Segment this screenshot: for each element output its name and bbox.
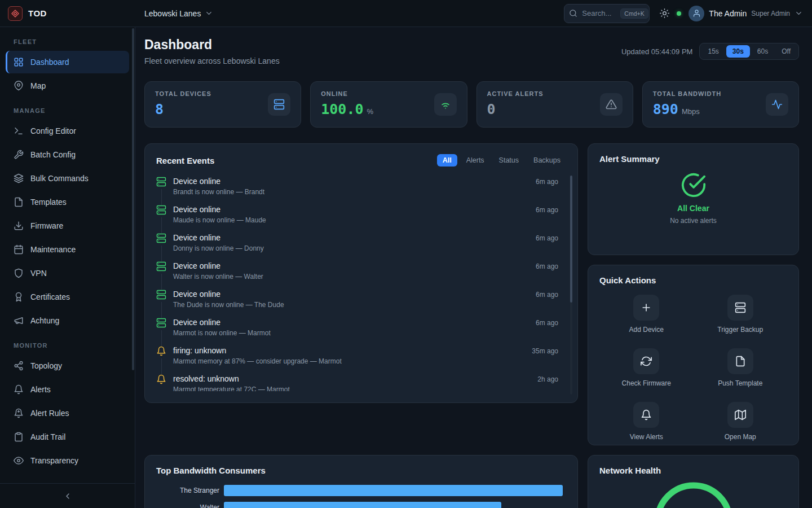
bell-icon-wrap bbox=[633, 402, 659, 428]
layers-icon bbox=[14, 173, 24, 183]
sidebar-item-label: Topology bbox=[30, 361, 62, 370]
sidebar-item-maintenance[interactable]: Maintenance bbox=[6, 238, 129, 261]
user-name: The Admin bbox=[709, 9, 747, 18]
stat-value: 100.0 bbox=[321, 101, 363, 117]
org-name: Lebowski Lanes bbox=[144, 9, 201, 18]
refresh-option-15s[interactable]: 15s bbox=[701, 45, 725, 58]
search-input[interactable] bbox=[581, 8, 617, 18]
theme-toggle-sun-icon[interactable] bbox=[660, 8, 669, 18]
event-detail: Donny is now online — Donny bbox=[173, 244, 536, 252]
quick-actions-title: Quick Actions bbox=[599, 275, 656, 285]
event-title: Device online bbox=[173, 261, 536, 270]
stat-icon-box bbox=[268, 93, 290, 116]
events-title: Recent Events bbox=[156, 156, 214, 165]
stat-icon-box bbox=[766, 93, 788, 116]
events-scrollbar-thumb[interactable] bbox=[570, 176, 572, 303]
events-filter-status[interactable]: Status bbox=[493, 154, 524, 167]
refresh-option-off[interactable]: Off bbox=[775, 45, 797, 58]
events-list[interactable]: Device onlineBrandt is now online — Bran… bbox=[156, 172, 566, 391]
search-box[interactable]: Cmd+K bbox=[564, 4, 650, 23]
alert-summary-card: Alert Summary All Clear No active alerts bbox=[588, 143, 799, 255]
eye-icon-wrap bbox=[14, 456, 24, 466]
event-time: 6m ago bbox=[536, 261, 558, 281]
events-filter-backups[interactable]: Backups bbox=[528, 154, 566, 167]
sidebar-collapse-button[interactable] bbox=[0, 483, 135, 508]
event-title: Device online bbox=[173, 318, 536, 327]
event-detail: Brandt is now online — Brandt bbox=[173, 188, 536, 196]
quick-actions-grid: Add DeviceTrigger BackupCheck FirmwarePu… bbox=[599, 295, 787, 441]
alert-summary-title: Alert Summary bbox=[599, 154, 660, 164]
event-time: 35m ago bbox=[532, 346, 558, 365]
quick-action-trigger-backup[interactable]: Trigger Backup bbox=[694, 295, 788, 334]
shield-icon-wrap bbox=[14, 268, 24, 278]
sidebar-item-bulk-commands[interactable]: Bulk Commands bbox=[6, 167, 129, 190]
map-pin-icon bbox=[14, 81, 24, 91]
org-selector[interactable]: Lebowski Lanes bbox=[144, 9, 213, 18]
app-title: TOD bbox=[28, 8, 47, 18]
sidebar-item-achtung[interactable]: Achtung bbox=[6, 309, 129, 332]
sidebar-item-topology[interactable]: Topology bbox=[6, 354, 129, 377]
sidebar-item-certificates[interactable]: Certificates bbox=[6, 286, 129, 308]
refresh-option-30s[interactable]: 30s bbox=[726, 45, 750, 58]
quick-action-open-map[interactable]: Open Map bbox=[694, 402, 788, 441]
sidebar-item-config-editor[interactable]: Config Editor bbox=[6, 120, 129, 142]
layout-grid-icon-wrap bbox=[14, 57, 24, 67]
sidebar-scrollbar[interactable] bbox=[132, 28, 134, 370]
quick-action-push-template[interactable]: Push Template bbox=[694, 348, 788, 387]
sidebar-item-firmware[interactable]: Firmware bbox=[6, 214, 129, 237]
sidebar-item-dashboard[interactable]: Dashboard bbox=[6, 51, 129, 73]
network-health-ring bbox=[651, 479, 736, 508]
calendar-icon bbox=[14, 244, 24, 255]
sidebar-item-batch-config[interactable]: Batch Config bbox=[6, 143, 129, 166]
search-shortcut-badge: Cmd+K bbox=[620, 8, 648, 19]
plus-icon bbox=[641, 302, 652, 313]
sidebar-item-label: Maintenance bbox=[30, 245, 76, 254]
brand: TOD bbox=[0, 6, 135, 21]
alert-status: All Clear bbox=[677, 204, 709, 213]
file-icon bbox=[735, 356, 746, 367]
quick-action-label: View Alerts bbox=[630, 433, 663, 441]
events-filter-alerts[interactable]: Alerts bbox=[461, 154, 490, 167]
event-time: 6m ago bbox=[536, 233, 558, 252]
sidebar-item-label: Map bbox=[30, 81, 46, 90]
bandwidth-bar-track bbox=[224, 502, 566, 508]
file-icon-wrap bbox=[14, 197, 24, 207]
quick-action-add-device[interactable]: Add Device bbox=[599, 295, 694, 334]
event-body: resolved: unknownMarmot temperature at 7… bbox=[173, 374, 537, 391]
award-icon bbox=[14, 292, 24, 302]
sidebar-item-vpn[interactable]: VPN bbox=[6, 262, 129, 284]
sidebar-item-transparency[interactable]: Transparency bbox=[6, 449, 129, 472]
sidebar-item-map[interactable]: Map bbox=[6, 75, 129, 97]
event-title: Device online bbox=[173, 177, 536, 186]
updated-timestamp: Updated 05:44:09 PM bbox=[621, 47, 692, 56]
map-icon-wrap bbox=[727, 402, 753, 428]
quick-action-check-firmware[interactable]: Check Firmware bbox=[599, 348, 694, 387]
topbar-right: The Admin Super Admin bbox=[660, 6, 803, 21]
sidebar-item-alert-rules[interactable]: Alert Rules bbox=[6, 402, 129, 424]
events-filter-all[interactable]: All bbox=[437, 154, 457, 167]
sidebar-item-label: Alerts bbox=[30, 385, 51, 394]
bandwidth-bar-track bbox=[224, 485, 566, 496]
event-title: Device online bbox=[173, 233, 536, 242]
user-menu[interactable]: The Admin Super Admin bbox=[689, 6, 803, 21]
bandwidth-device-label: The Stranger bbox=[156, 487, 219, 494]
quick-action-view-alerts[interactable]: View Alerts bbox=[599, 402, 694, 441]
sidebar-section-label: FLEET bbox=[0, 29, 135, 50]
events-scrollbar-track bbox=[570, 176, 572, 395]
quick-action-label: Trigger Backup bbox=[717, 326, 763, 334]
stat-card-total-bandwidth: TOTAL BANDWIDTH890Mbps bbox=[642, 81, 799, 128]
refresh-option-60s[interactable]: 60s bbox=[751, 45, 774, 58]
quick-action-label: Check Firmware bbox=[622, 379, 671, 387]
sidebar-item-audit-trail[interactable]: Audit Trail bbox=[6, 426, 129, 448]
sidebar-item-alerts[interactable]: Alerts bbox=[6, 378, 129, 401]
event-title: firing: unknown bbox=[173, 346, 532, 355]
recent-events-card: Recent Events AllAlertsStatusBackups Dev… bbox=[144, 143, 578, 403]
event-time: 6m ago bbox=[536, 290, 558, 309]
event-row: resolved: unknownMarmot temperature at 7… bbox=[156, 370, 566, 391]
app-root: TOD Lebowski Lanes Cmd+K The Admin Supe bbox=[0, 0, 812, 508]
server-icon-wrap bbox=[156, 290, 167, 302]
chevron-left-icon bbox=[63, 492, 72, 501]
sidebar-item-templates[interactable]: Templates bbox=[6, 191, 129, 213]
bell-icon bbox=[156, 374, 166, 384]
activity-icon bbox=[771, 99, 783, 110]
